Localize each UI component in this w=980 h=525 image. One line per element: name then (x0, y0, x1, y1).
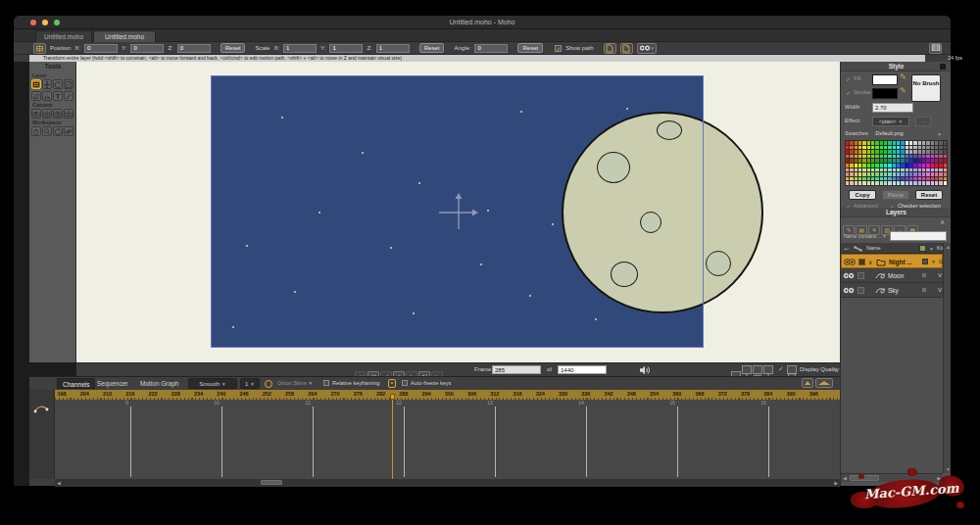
palette-color-cell[interactable] (862, 172, 865, 176)
palette-color-cell[interactable] (867, 172, 870, 176)
palette-color-cell[interactable] (875, 177, 878, 181)
palette-color-cell[interactable] (922, 146, 925, 150)
palette-color-cell[interactable] (888, 146, 891, 150)
palette-color-cell[interactable] (893, 150, 896, 154)
layer-visibility-eyes-icon[interactable] (843, 286, 855, 295)
split-rows-view-button[interactable] (753, 365, 762, 374)
palette-color-cell[interactable] (880, 155, 883, 159)
palette-color-cell[interactable] (858, 164, 861, 167)
palette-color-cell[interactable] (871, 177, 874, 181)
palette-color-cell[interactable] (918, 181, 921, 185)
palette-color-cell[interactable] (901, 168, 904, 172)
palette-color-cell[interactable] (913, 164, 916, 167)
shear-layer-tool[interactable] (31, 91, 41, 101)
orbit-workspace-tool[interactable] (64, 126, 74, 136)
palette-color-cell[interactable] (875, 181, 878, 185)
palette-color-cell[interactable] (893, 168, 896, 172)
palette-color-cell[interactable] (926, 150, 929, 154)
layers-scroll-up-icon[interactable]: ∧ (940, 218, 945, 226)
zoom-workspace-tool[interactable] (42, 126, 52, 136)
palette-color-cell[interactable] (862, 168, 865, 172)
style-paste-button[interactable]: Paste (882, 190, 909, 200)
palette-color-cell[interactable] (858, 141, 861, 145)
flip-layer-tool[interactable] (42, 91, 52, 101)
palette-color-cell[interactable] (897, 172, 900, 176)
layer-row-sky[interactable]: Sky V (841, 283, 943, 298)
palette-color-cell[interactable] (909, 177, 912, 181)
name-contains-filter[interactable]: Name contains... ▼ (844, 233, 887, 239)
palette-color-cell[interactable] (850, 181, 853, 185)
palette-color-cell[interactable] (880, 181, 883, 185)
palette-color-cell[interactable] (944, 150, 947, 154)
palette-color-cell[interactable] (875, 159, 878, 163)
palette-color-cell[interactable] (893, 177, 896, 181)
palette-color-cell[interactable] (918, 172, 921, 176)
palette-color-cell[interactable] (858, 150, 861, 154)
palette-color-cell[interactable] (931, 181, 934, 185)
position-y-input[interactable]: 0 (130, 44, 164, 53)
palette-color-cell[interactable] (922, 181, 925, 185)
palette-color-cell[interactable] (906, 150, 908, 154)
palette-color-cell[interactable] (875, 172, 878, 176)
palette-color-cell[interactable] (897, 155, 900, 159)
palette-color-cell[interactable] (846, 181, 849, 185)
timeline-scroll-thumb[interactable] (261, 480, 282, 485)
palette-color-cell[interactable] (897, 177, 900, 181)
palette-color-cell[interactable] (846, 177, 849, 181)
palette-color-cell[interactable] (906, 181, 908, 185)
palette-color-cell[interactable] (871, 155, 874, 159)
palette-color-cell[interactable] (867, 141, 870, 145)
timeline-tab-channels[interactable]: Channels (57, 378, 95, 389)
palette-color-cell[interactable] (944, 159, 947, 163)
palette-color-cell[interactable] (918, 146, 921, 150)
layer-name[interactable]: Sky (888, 287, 899, 294)
palette-color-cell[interactable] (850, 177, 853, 181)
swatches-caret-icon[interactable]: ▼ (937, 131, 942, 137)
palette-color-cell[interactable] (926, 168, 929, 172)
palette-color-cell[interactable] (906, 168, 908, 172)
timeline-tracks[interactable]: 910111213141516 (55, 400, 840, 479)
palette-color-cell[interactable] (906, 164, 908, 167)
palette-color-cell[interactable] (884, 164, 887, 167)
layer-pencil-tool[interactable] (64, 91, 74, 101)
palette-color-cell[interactable] (880, 177, 883, 181)
effect-dropdown[interactable]: <plain> ▼ (872, 117, 909, 126)
display-quality-caret-icon[interactable]: ▼ (833, 367, 838, 373)
palette-color-cell[interactable] (888, 155, 891, 159)
palette-color-cell[interactable] (884, 141, 887, 145)
palette-color-cell[interactable] (939, 164, 942, 167)
color-palette-grid[interactable] (845, 140, 948, 186)
fill-checkbox[interactable]: ✓ (846, 75, 851, 82)
palette-color-cell[interactable] (922, 155, 925, 159)
palette-color-cell[interactable] (850, 150, 853, 154)
palette-color-cell[interactable] (867, 177, 870, 181)
palette-color-cell[interactable] (935, 146, 938, 150)
layer-visibility-eyes-icon[interactable] (844, 258, 856, 266)
palette-color-cell[interactable] (884, 172, 887, 176)
palette-color-cell[interactable] (846, 150, 849, 154)
pan-workspace-tool[interactable] (31, 126, 41, 136)
onion-skin-eyes-icon[interactable]: ▾ (637, 43, 657, 54)
palette-color-cell[interactable] (855, 141, 858, 145)
onion-skins-dropdown[interactable]: Onion Skins ▼ (277, 380, 313, 386)
minimize-window-button[interactable] (42, 20, 48, 25)
palette-color-cell[interactable] (862, 164, 865, 167)
palette-color-cell[interactable] (931, 164, 934, 167)
palette-color-cell[interactable] (888, 164, 891, 167)
layers-scroll-left-icon[interactable]: ◀ (843, 474, 847, 482)
palette-color-cell[interactable] (935, 177, 938, 181)
palette-color-cell[interactable] (858, 155, 861, 159)
palette-color-cell[interactable] (897, 141, 900, 145)
onion-skin-toggle-icon[interactable] (265, 380, 272, 388)
palette-color-cell[interactable] (846, 141, 849, 145)
palette-color-cell[interactable] (846, 168, 849, 172)
palette-color-cell[interactable] (922, 150, 925, 154)
palette-color-cell[interactable] (862, 150, 865, 154)
tab-untitled-1[interactable]: Untitled.moho (35, 30, 92, 42)
palette-color-cell[interactable] (926, 177, 929, 181)
palette-color-cell[interactable] (909, 164, 912, 167)
palette-color-cell[interactable] (855, 168, 858, 172)
scale-y-input[interactable]: 1 (329, 44, 363, 53)
palette-color-cell[interactable] (918, 168, 921, 172)
layer-visibility-eyes-icon[interactable] (843, 271, 855, 280)
